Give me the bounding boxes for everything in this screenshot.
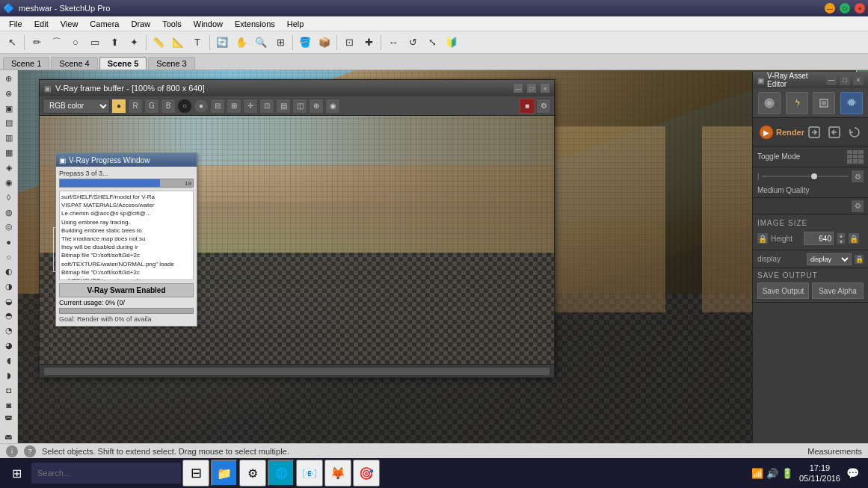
taskbar-app-6[interactable]: 🦊	[324, 460, 351, 487]
status-info-btn[interactable]: i	[6, 445, 18, 457]
vae-geometry-btn[interactable]	[813, 92, 835, 114]
vfb-crosshair-btn[interactable]: ✛	[243, 99, 258, 114]
taskbar-app-7[interactable]: 🎯	[353, 460, 380, 487]
tool-push[interactable]: ⬆	[105, 34, 123, 52]
left-tool-6[interactable]: ▦	[1, 146, 16, 160]
vae-save-alpha-button[interactable]: Save Alpha	[812, 282, 864, 299]
vae-size-lock2-btn[interactable]: 🔒	[849, 233, 859, 244]
tool-text[interactable]: T	[188, 34, 206, 52]
left-tool-15[interactable]: ◑	[1, 279, 16, 294]
vfb-settings-btn[interactable]: ⚙	[536, 99, 551, 114]
tool-rotate[interactable]: ↺	[404, 34, 422, 52]
vae-materials-btn[interactable]	[758, 92, 781, 114]
left-tool-21[interactable]: ◗	[1, 368, 16, 383]
left-tool-8[interactable]: ◉	[1, 176, 16, 190]
left-tool-4[interactable]: ▤	[1, 117, 16, 131]
tool-pan[interactable]: ✋	[233, 34, 250, 52]
vae-import-btn[interactable]	[825, 122, 845, 143]
menu-extensions[interactable]: Extensions	[229, 18, 281, 30]
taskbar-app-2[interactable]: 📁	[211, 460, 238, 487]
menu-view[interactable]: View	[55, 18, 84, 30]
taskbar-app-1[interactable]: ⊟	[182, 460, 209, 487]
vfb-lut-btn[interactable]: ◫	[292, 99, 307, 114]
vfb-option-btn[interactable]: ◉	[325, 99, 340, 114]
tool-rect[interactable]: ▭	[86, 34, 104, 52]
left-tool-18[interactable]: ◔	[1, 324, 16, 338]
status-question-btn[interactable]: ?	[24, 445, 36, 457]
left-tool-9[interactable]: ◊	[1, 191, 16, 205]
vfb-compare-btn[interactable]: ⊞	[227, 99, 241, 114]
tool-dimension[interactable]: ↔	[384, 34, 402, 52]
menu-window[interactable]: Window	[188, 18, 229, 30]
start-button[interactable]: ⊞	[3, 460, 30, 487]
left-tool-13[interactable]: ○	[1, 250, 16, 264]
vfb-color-btn[interactable]: ●	[111, 99, 126, 114]
vae-maximize-button[interactable]: □	[840, 75, 850, 85]
left-tool-25[interactable]: ◛	[1, 427, 16, 442]
left-tool-11[interactable]: ◎	[1, 220, 16, 234]
tool-components[interactable]: 📦	[316, 34, 333, 52]
menu-camera[interactable]: Camera	[84, 18, 125, 30]
taskbar-search[interactable]	[31, 463, 181, 484]
tool-paint[interactable]: 🪣	[296, 34, 314, 52]
tool-follow[interactable]: 🔰	[443, 34, 461, 52]
tool-scale[interactable]: ⤡	[423, 34, 441, 52]
left-tool-16[interactable]: ◒	[1, 294, 16, 309]
vfb-channel-select[interactable]: RGB color	[43, 99, 110, 114]
vfb-history-btn[interactable]: ⊟	[210, 99, 225, 114]
tool-protractor[interactable]: 📐	[169, 34, 187, 52]
vae-display-lock-btn[interactable]: 🔒	[855, 255, 864, 264]
menu-help[interactable]: Help	[281, 18, 310, 30]
tool-move[interactable]: ✦	[125, 34, 143, 52]
tool-axes[interactable]: ✚	[360, 34, 378, 52]
vfb-horizontal-scrollbar[interactable]	[44, 368, 550, 375]
tool-pencil[interactable]: ✏	[28, 34, 46, 52]
vae-quality-settings-btn[interactable]: ⚙	[852, 170, 864, 182]
vae-minimize-button[interactable]: —	[826, 75, 837, 85]
tool-orbit[interactable]: 🔄	[213, 34, 231, 52]
tool-arc[interactable]: ⌒	[47, 34, 65, 52]
vae-refresh-btn[interactable]	[845, 122, 865, 143]
vae-filter-btn[interactable]: ⚙	[852, 200, 864, 212]
vae-quality-thumb[interactable]	[811, 173, 817, 179]
taskbar-clock[interactable]: 17:19 05/11/2016	[799, 463, 840, 484]
left-tool-10[interactable]: ◍	[1, 206, 16, 220]
vae-settings-btn[interactable]	[840, 92, 863, 114]
left-tool-23[interactable]: ◙	[1, 398, 16, 413]
scene-tab-1[interactable]: Scene 1	[3, 57, 49, 70]
left-tool-3[interactable]: ▣	[1, 102, 16, 116]
viewport[interactable]: ▣ V-Ray frame buffer - [100% of 800 x 64…	[18, 70, 868, 443]
left-tool-14[interactable]: ◐	[1, 265, 16, 279]
vfb-circle1-btn[interactable]: ○	[177, 99, 192, 114]
scene-tab-4[interactable]: Scene 4	[51, 57, 97, 70]
tool-section[interactable]: ⊡	[340, 34, 358, 52]
vae-export-btn[interactable]	[804, 122, 825, 143]
vae-close-button[interactable]: ×	[853, 75, 864, 85]
left-tool-17[interactable]: ◓	[1, 309, 16, 324]
taskbar-network-icon[interactable]: 📶	[751, 468, 763, 479]
left-tool-12[interactable]: ●	[1, 235, 16, 249]
tool-zoom-extent[interactable]: ⊞	[271, 34, 289, 52]
left-tool-2[interactable]: ⊗	[1, 87, 16, 101]
vfb-maximize-button[interactable]: □	[527, 84, 536, 93]
scene-tab-5[interactable]: Scene 5	[99, 57, 147, 70]
vfb-minimize-button[interactable]: —	[514, 84, 523, 93]
left-tool-20[interactable]: ◖	[1, 353, 16, 368]
left-tool-22[interactable]: ◘	[1, 383, 16, 398]
vfb-r-btn[interactable]: R	[128, 99, 143, 114]
menu-file[interactable]: File	[3, 18, 28, 30]
vfb-frame-btn[interactable]: ⊡	[259, 99, 274, 114]
left-tool-7[interactable]: ◈	[1, 161, 16, 175]
taskbar-notifications-btn[interactable]: 💬	[846, 467, 859, 479]
taskbar-app-3[interactable]: ⚙	[239, 460, 266, 487]
vfb-lens-btn[interactable]: ⊕	[309, 99, 324, 114]
vae-lights-btn[interactable]	[786, 92, 808, 114]
menu-draw[interactable]: Draw	[125, 18, 156, 30]
maximize-button[interactable]: □	[840, 3, 850, 13]
vae-size-lock-btn[interactable]: 🔒	[757, 233, 768, 244]
vae-render-button[interactable]: ▶	[756, 122, 776, 143]
left-tool-19[interactable]: ◕	[1, 339, 16, 353]
taskbar-battery-icon[interactable]: 🔋	[781, 468, 793, 479]
taskbar-app-5[interactable]: 📧	[296, 460, 323, 487]
vfb-circle2-btn[interactable]: ●	[194, 99, 209, 114]
